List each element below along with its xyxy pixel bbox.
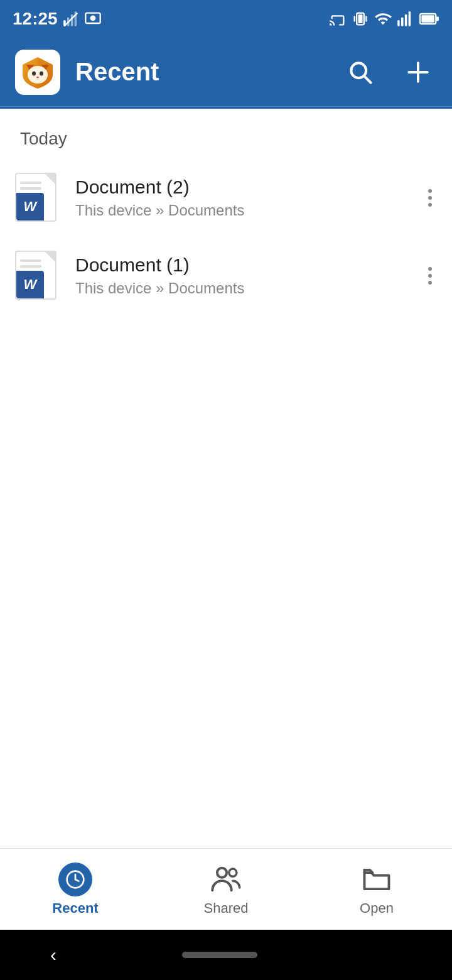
document-icon: W — [15, 173, 60, 223]
search-icon — [347, 58, 374, 86]
svg-rect-16 — [421, 15, 434, 22]
doc-corner — [45, 174, 55, 184]
app-bar: Recent — [0, 38, 452, 107]
svg-point-20 — [28, 66, 48, 84]
app-logo — [15, 50, 60, 95]
app-bar-actions — [342, 53, 437, 91]
nav-item-shared[interactable]: Shared — [151, 856, 301, 923]
clock-icon — [65, 869, 85, 890]
status-bar: 12:25 — [0, 0, 452, 38]
doc-name: Document (2) — [75, 177, 423, 198]
signal-icon — [63, 10, 80, 28]
doc-name: Document (1) — [75, 254, 423, 276]
nav-label-recent: Recent — [52, 900, 98, 917]
list-item[interactable]: W Document (2) This device » Documents — [0, 159, 452, 237]
vibrate-icon — [352, 10, 369, 28]
document-icon: W — [15, 251, 60, 301]
folder-icon — [360, 863, 393, 896]
signal-strength-icon — [397, 10, 414, 28]
svg-rect-17 — [436, 17, 439, 21]
svg-rect-8 — [358, 14, 363, 23]
menu-dot — [428, 203, 432, 207]
word-badge: W — [16, 193, 44, 220]
doc-corner — [45, 252, 55, 262]
people-icon — [210, 863, 242, 896]
svg-point-21 — [32, 71, 36, 75]
status-icons-right — [329, 10, 439, 28]
recent-icon — [58, 863, 92, 896]
svg-line-30 — [75, 879, 78, 881]
svg-point-23 — [36, 76, 39, 78]
app-title: Recent — [75, 58, 342, 86]
document-list: Today W Document (2) This device » Docum… — [0, 109, 452, 848]
status-bar-left: 12:25 — [13, 9, 102, 29]
doc-info: Document (1) This device » Documents — [75, 254, 423, 297]
doc-path: This device » Documents — [75, 280, 423, 297]
battery-icon — [419, 10, 439, 28]
menu-dot — [428, 281, 432, 285]
logo-icon — [20, 55, 55, 90]
document-menu-button[interactable] — [423, 182, 437, 214]
menu-dot — [428, 196, 432, 200]
android-nav-bar: ‹ — [0, 930, 452, 980]
android-back-button[interactable]: ‹ — [50, 944, 56, 966]
svg-rect-14 — [409, 11, 411, 26]
cast-icon — [329, 10, 347, 28]
screen-record-icon — [84, 10, 102, 28]
add-icon — [404, 58, 432, 86]
svg-point-6 — [90, 16, 95, 20]
add-button[interactable] — [399, 53, 437, 91]
android-home-indicator[interactable] — [182, 952, 257, 958]
nav-label-open: Open — [360, 900, 394, 917]
document-menu-button[interactable] — [423, 259, 437, 292]
open-icon — [360, 863, 394, 896]
svg-rect-11 — [397, 20, 400, 26]
status-icons-left — [63, 10, 102, 28]
bottom-nav: Recent Shared Open — [0, 848, 452, 930]
shared-icon — [209, 863, 243, 896]
svg-rect-9 — [354, 16, 355, 21]
doc-info: Document (2) This device » Documents — [75, 177, 423, 219]
status-time: 12:25 — [13, 9, 58, 29]
menu-dot — [428, 267, 432, 271]
svg-point-22 — [40, 71, 43, 75]
list-item[interactable]: W Document (1) This device » Documents — [0, 237, 452, 315]
doc-path: This device » Documents — [75, 202, 423, 219]
menu-dot — [428, 274, 432, 278]
svg-rect-12 — [401, 18, 404, 26]
nav-item-recent[interactable]: Recent — [0, 856, 151, 923]
svg-rect-13 — [405, 14, 407, 26]
svg-line-25 — [364, 76, 370, 82]
search-button[interactable] — [342, 53, 379, 91]
svg-rect-10 — [365, 16, 367, 21]
svg-rect-2 — [70, 14, 73, 26]
svg-point-31 — [217, 868, 227, 877]
word-badge: W — [16, 271, 44, 298]
svg-point-32 — [229, 869, 237, 876]
nav-item-open[interactable]: Open — [301, 856, 452, 923]
wifi-icon — [374, 10, 392, 28]
section-header-today: Today — [0, 109, 452, 159]
nav-label-shared: Shared — [204, 900, 249, 917]
menu-dot — [428, 189, 432, 193]
